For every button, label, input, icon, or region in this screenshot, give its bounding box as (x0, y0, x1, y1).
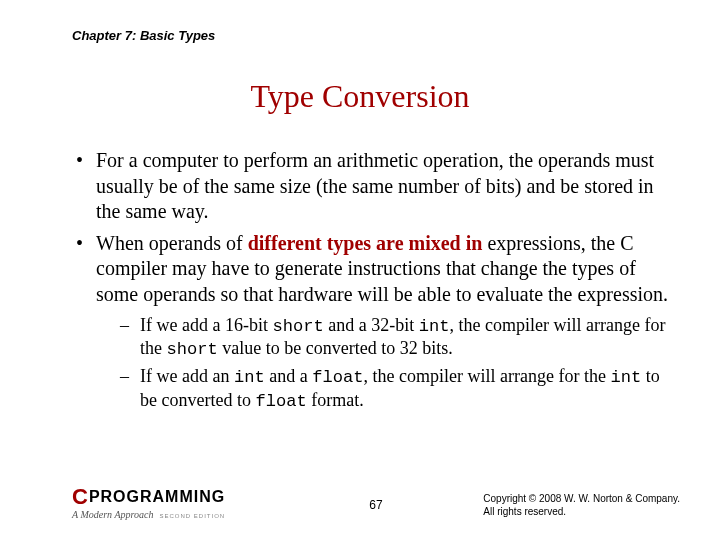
code: short (272, 317, 323, 336)
text: If we add a 16-bit (140, 315, 272, 335)
bullet-text: For a computer to perform an arithmetic … (96, 149, 654, 222)
code: int (234, 368, 265, 387)
emphasis-text: different types are mixed in (248, 232, 483, 254)
sub-list: If we add a 16-bit short and a 32-bit in… (72, 314, 672, 414)
text: If we add an (140, 366, 234, 386)
logo-edition: SECOND EDITION (159, 513, 225, 519)
copyright-line: Copyright © 2008 W. W. Norton & Company. (483, 492, 680, 505)
code: int (419, 317, 450, 336)
text: and a (265, 366, 312, 386)
text: value to be converted to 32 bits. (218, 338, 453, 358)
slide-body: For a computer to perform an arithmetic … (72, 148, 672, 417)
bullet-item: For a computer to perform an arithmetic … (72, 148, 672, 225)
copyright-notice: Copyright © 2008 W. W. Norton & Company.… (483, 492, 680, 518)
copyright-line: All rights reserved. (483, 505, 680, 518)
bullet-text-pre: When operands of (96, 232, 248, 254)
bullet-item: When operands of different types are mix… (72, 231, 672, 308)
logo-sub-text: A Modern Approach (72, 509, 153, 520)
text: , the compiler will arrange for the (364, 366, 611, 386)
logo-c-letter: C (72, 484, 89, 509)
slide-footer: CPROGRAMMING A Modern ApproachSECOND EDI… (72, 480, 680, 520)
page-number: 67 (369, 498, 382, 512)
logo-word: PROGRAMMING (89, 488, 225, 505)
logo-title: CPROGRAMMING (72, 486, 225, 508)
chapter-header: Chapter 7: Basic Types (72, 28, 215, 43)
text: and a 32-bit (324, 315, 419, 335)
book-logo: CPROGRAMMING A Modern ApproachSECOND EDI… (72, 486, 225, 520)
code: short (167, 340, 218, 359)
sub-item: If we add a 16-bit short and a 32-bit in… (120, 314, 672, 362)
text: format. (307, 390, 364, 410)
code: float (255, 392, 306, 411)
code: float (312, 368, 363, 387)
slide-title: Type Conversion (0, 78, 720, 115)
logo-subtitle: A Modern ApproachSECOND EDITION (72, 509, 225, 520)
sub-item: If we add an int and a float, the compil… (120, 365, 672, 413)
code: int (610, 368, 641, 387)
